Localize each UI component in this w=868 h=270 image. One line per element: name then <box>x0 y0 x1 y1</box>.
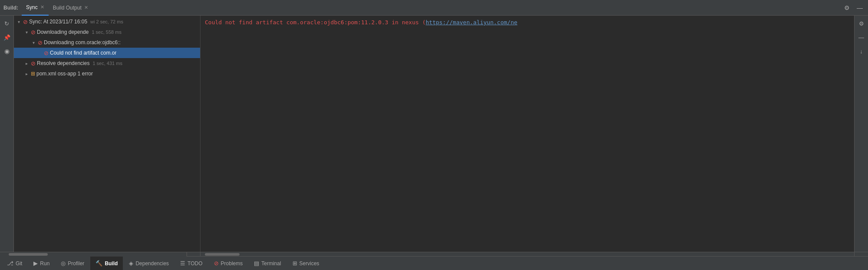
right-settings-icon[interactable]: ⚙ <box>856 18 867 29</box>
arrow-empty <box>36 50 43 56</box>
error-icon-resolve: ⊘ <box>31 60 36 67</box>
bottom-tab-dependencies[interactable]: ◈ Dependencies <box>124 257 174 270</box>
build-label: Build <box>105 260 118 267</box>
scroll-to-end-icon[interactable]: ↓ <box>856 46 867 56</box>
bottom-tab-git[interactable]: ⎇ Git <box>2 257 27 270</box>
error-link[interactable]: https://maven.aliyun.com/ne <box>426 19 517 26</box>
tree-item-downloading-deps[interactable]: ⊘ Downloading depende 1 sec, 558 ms <box>14 27 200 37</box>
profiler-label: Profiler <box>68 260 84 267</box>
minimize-icon[interactable]: — <box>855 3 865 13</box>
bottom-tab-services[interactable]: ⊞ Services <box>287 257 325 270</box>
tab-build-output-close[interactable]: ✕ <box>84 5 88 10</box>
eye-icon[interactable]: ◉ <box>2 46 12 56</box>
services-icon: ⊞ <box>293 260 297 267</box>
error-icon-dl-oracle: ⊘ <box>38 39 43 46</box>
sync-label: Sync: At 2023/11/7 16:05 <box>29 19 87 25</box>
tree-item-could-not-find[interactable]: ⊘ Could not find artifact com.or <box>14 48 200 58</box>
content-panel: Could not find artifact com.oracle:ojdbc… <box>201 16 854 252</box>
tab-build-output-label: Build Output <box>53 5 82 11</box>
tree-item-sync-root[interactable]: ⊘ Sync: At 2023/11/7 16:05 wi 2 sec, 72 … <box>14 16 200 27</box>
arrow-sync <box>16 19 22 25</box>
arrow-pom <box>23 71 30 77</box>
bottom-tab-todo[interactable]: ☰ TODO <box>175 257 207 270</box>
pom-label: pom.xml oss-app 1 error <box>36 71 93 77</box>
error-icon-sync: ⊘ <box>23 19 28 25</box>
pin-icon[interactable]: 📌 <box>2 32 12 42</box>
build-icon: 🔨 <box>95 260 102 267</box>
build-label: Build: <box>3 5 18 11</box>
bottom-tab-terminal[interactable]: ▤ Terminal <box>249 257 286 270</box>
error-icon-dl-deps: ⊘ <box>31 29 36 36</box>
scroll-thumb-left[interactable] <box>9 253 48 256</box>
terminal-icon: ▤ <box>254 260 259 267</box>
bottom-tab-bar: ⎇ Git ▶ Run ◎ Profiler 🔨 Build ◈ Depende… <box>0 256 868 270</box>
scroll-area <box>0 252 868 256</box>
services-label: Services <box>299 260 319 267</box>
tree-item-pom-xml[interactable]: ⊞ pom.xml oss-app 1 error <box>14 68 200 79</box>
scroll-right-spacer <box>854 252 868 256</box>
arrow-resolve <box>23 60 30 66</box>
git-label: Git <box>16 260 22 267</box>
tree-item-resolve-deps[interactable]: ⊘ Resolve dependencies 1 sec, 431 ms <box>14 58 200 68</box>
tab-bar-right: ⚙ — <box>842 3 865 13</box>
settings-icon[interactable]: ⚙ <box>842 3 852 13</box>
terminal-label: Terminal <box>261 260 281 267</box>
scroll-spacer <box>187 252 201 256</box>
left-toolbar: ↻ 📌 ◉ <box>0 16 14 252</box>
resolve-time: 1 sec, 431 ms <box>92 61 122 66</box>
error-message: Could not find artifact com.oracle:ojdbc… <box>205 19 517 26</box>
file-icon-pom: ⊞ <box>31 71 35 77</box>
error-icon-cnf: ⊘ <box>44 50 49 56</box>
arrow-dl-deps <box>23 29 30 35</box>
bottom-tab-run[interactable]: ▶ Run <box>28 257 55 270</box>
top-tab-bar: Build: Sync ✕ Build Output ✕ ⚙ — <box>0 0 868 16</box>
bottom-tab-build[interactable]: 🔨 Build <box>90 257 123 270</box>
run-icon: ▶ <box>33 260 38 267</box>
tab-build-output[interactable]: Build Output ✕ <box>49 0 92 16</box>
arrow-dl-oracle <box>30 39 36 46</box>
problems-error-icon: ⊘ <box>214 260 219 267</box>
tab-sync-label: Sync <box>26 4 38 10</box>
profiler-icon: ◎ <box>61 260 66 267</box>
tree-panel[interactable]: ⊘ Sync: At 2023/11/7 16:05 wi 2 sec, 72 … <box>14 16 201 252</box>
git-icon: ⎇ <box>7 260 13 267</box>
dependencies-label: Dependencies <box>135 260 169 267</box>
bottom-tab-profiler[interactable]: ◎ Profiler <box>56 257 89 270</box>
refresh-icon[interactable]: ↻ <box>2 18 12 29</box>
dependencies-icon: ◈ <box>129 260 133 267</box>
scroll-right[interactable] <box>201 252 854 257</box>
error-text-prefix: Could not find artifact com.oracle:ojdbc… <box>205 19 426 26</box>
todo-icon: ☰ <box>180 260 185 267</box>
tree-item-downloading-oracle[interactable]: ⊘ Downloading com.oracle:ojdbc6:: <box>14 37 200 48</box>
main-area: ↻ 📌 ◉ ⊘ Sync: At 2023/11/7 16:05 wi 2 se… <box>0 16 868 252</box>
tab-sync-close[interactable]: ✕ <box>40 4 44 10</box>
right-minimize-icon[interactable]: — <box>856 32 867 42</box>
problems-label: Problems <box>221 260 243 267</box>
resolve-label: Resolve dependencies <box>37 60 89 66</box>
bottom-tab-problems[interactable]: ⊘ Problems <box>209 257 248 270</box>
sync-time: wi 2 sec, 72 ms <box>90 19 123 24</box>
dl-deps-label: Downloading depende <box>37 29 89 35</box>
dl-oracle-label: Downloading com.oracle:ojdbc6:: <box>44 39 121 46</box>
tab-sync[interactable]: Sync ✕ <box>22 0 49 16</box>
right-toolbar: ⚙ — ↓ <box>854 16 868 252</box>
todo-label: TODO <box>187 260 202 267</box>
run-label: Run <box>40 260 49 267</box>
cnf-label: Could not find artifact com.or <box>50 50 116 56</box>
scroll-thumb-right[interactable] <box>205 253 240 256</box>
dl-deps-time: 1 sec, 558 ms <box>92 29 121 35</box>
scroll-left[interactable] <box>0 252 187 257</box>
